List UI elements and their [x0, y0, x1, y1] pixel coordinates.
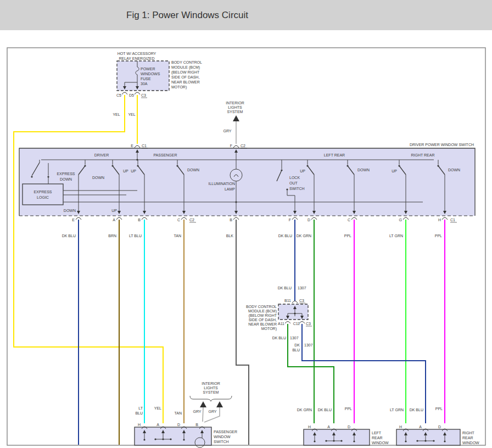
label-lt-blu-line2: BLU: [135, 411, 143, 415]
wire-label-dk-grn: DK GRN: [297, 234, 311, 238]
rr-pin-d: D: [438, 425, 441, 429]
lr-pin-h: H: [308, 425, 311, 429]
right-rear-down-label: DOWN: [448, 168, 460, 172]
wiring-diagram: Fig 1: Power Windows Circuit HOT W/ ACCE…: [0, 0, 492, 448]
pin-label-c-2: C: [348, 218, 350, 222]
fuse-name-line2: WINDOWS: [141, 72, 160, 76]
passenger-up-label: UP: [131, 169, 136, 173]
interior-lights-line1: INTERIOR: [226, 101, 244, 105]
pin-label-c2: C2: [189, 218, 194, 222]
rr-pin-h: H: [399, 425, 402, 429]
wire-label-lt-blu: LT BLU: [129, 234, 142, 238]
wire-label-a11: DK BLU: [272, 336, 286, 340]
bcm-note-line4: SIDE OF DASH,: [171, 75, 199, 79]
pin-label-c2-top: C2: [241, 144, 245, 148]
pin-label-e: E: [72, 218, 75, 222]
label-ppl-lr: PPL: [345, 407, 352, 411]
lockout-label-line2: OUT: [289, 181, 298, 185]
right-rear-label-line3: WINDOW: [462, 441, 479, 445]
bottom-up-label: UP: [111, 209, 117, 212]
page-title: Fig 1: Power Windows Circuit: [126, 10, 248, 20]
wire-circuit-a11: 1307: [290, 336, 299, 340]
wire-circuit-c11: 1307: [304, 343, 313, 347]
pin-label-a: A: [113, 218, 115, 222]
bcm-note-line3: (BELOW RIGHT: [249, 313, 277, 318]
wire-label-tan: TAN: [174, 234, 181, 238]
screenshot-root: Fig 1: Power Windows Circuit HOT W/ ACCE…: [0, 0, 492, 448]
label-dk-grn: DK GRN: [297, 408, 312, 412]
fuse-name-line4: 30A: [141, 82, 148, 86]
wire-label-gry-2: GRY: [208, 410, 216, 413]
left-rear-label-line3: WINDOW: [372, 441, 389, 445]
pin-label-b11: B11: [284, 299, 291, 303]
interior-lights-b-line2: LIGHTS: [204, 386, 218, 390]
lr-pin-a: A: [327, 425, 330, 429]
label-dk-blu-rr: DK BLU: [410, 408, 423, 412]
pin-label-a11: A11: [278, 322, 284, 326]
passenger-label-line1: PASSENGER: [214, 430, 237, 434]
hot-label-line2: RELAY ENERGIZED: [119, 57, 154, 60]
express-logic-line2: LOGIC: [37, 195, 49, 199]
wire-label-dk-blu-f: DK BLU: [278, 234, 292, 238]
label-tan: TAN: [175, 411, 182, 415]
wire-label-gry-1: GRY: [193, 410, 201, 413]
bcm-box: [278, 304, 308, 320]
lr-pin-d: D: [348, 425, 350, 429]
driver-up-label: UP: [123, 169, 128, 173]
wire-label-c11-line1: DK: [294, 343, 300, 347]
label-dk-blu-lr: DK BLU: [318, 408, 332, 412]
bcm-note-line2: MODULE (BCM): [171, 65, 200, 70]
express-down-line2: DOWN: [60, 177, 72, 181]
driver-down-label: DOWN: [92, 176, 104, 180]
label-ppl-rr: PPL: [435, 407, 443, 411]
pin-label-b: B: [138, 218, 141, 222]
express-logic-box: [23, 184, 63, 205]
pin-label-c5: C5: [116, 93, 121, 97]
pin-label-c3: C3: [141, 93, 146, 97]
passenger-label-line3: SWITCH: [214, 440, 229, 444]
wire-label-brn: BRN: [108, 234, 116, 238]
right-rear-label-line2: REAR: [462, 436, 473, 440]
pin-label-d5: D5: [129, 93, 134, 97]
pin-label-c1: C1: [450, 218, 455, 222]
wire-label-ppl-h: PPL: [435, 234, 442, 238]
section-right-rear: RIGHT REAR: [411, 153, 434, 157]
pin-label-f: F: [289, 218, 291, 222]
fuse-name-line3: FUSE: [141, 77, 151, 81]
interior-lights-line2: LIGHTS: [228, 105, 242, 109]
pin-label-b2: B: [230, 218, 232, 222]
wire-label-yel-1: YEL: [113, 113, 120, 116]
right-rear-label-line1: RIGHT: [462, 431, 475, 435]
interior-lights-b-line1: INTERIOR: [202, 382, 220, 385]
express-down-line1: EXPRESS: [57, 172, 75, 176]
pin-label-c1-top: C1: [142, 144, 147, 148]
pin-label-c3-bot: C3: [306, 322, 311, 326]
bcm-wire-label-top: DK BLU: [278, 286, 292, 290]
bcm-note-line4: SIDE OF DASH,: [249, 318, 277, 322]
pin-label-c11: C11: [293, 322, 300, 326]
bcm-note-line6: MOTOR): [171, 85, 187, 89]
pin-label-h: H: [438, 218, 441, 222]
pin-label-g: G: [399, 218, 402, 222]
bcm-note-line2: MODULE (BCM): [248, 309, 277, 313]
pin-label-e-top: E: [131, 144, 133, 148]
lockout-label-line3: SWITCH: [289, 187, 305, 191]
passenger-label-line2: WINDOW: [214, 435, 231, 439]
bcm-note-line3: (BELOW RIGHT: [171, 70, 200, 75]
pass-pin-h: H: [138, 423, 141, 427]
illumination-label-line1: ILLUMINATION: [209, 182, 236, 186]
label-lt-blu-line1: LT: [138, 406, 143, 410]
express-logic-line1: EXPRESS: [33, 190, 52, 194]
label-lt-grn: LT GRN: [390, 408, 404, 412]
left-rear-down-label: DOWN: [357, 168, 370, 172]
bcm-note-line1: BODY CONTROL: [246, 305, 277, 309]
section-passenger: PASSENGER: [153, 153, 177, 157]
switch-box-title: DRIVER POWER WINDOW SWITCH: [410, 143, 474, 147]
left-rear-up-label: UP: [300, 169, 305, 173]
pin-label-c: C: [177, 218, 180, 222]
pin-label-f-top: F: [230, 144, 232, 148]
wire-label-ppl-c: PPL: [344, 234, 351, 238]
pin-label-c3-top: C3: [299, 299, 304, 303]
right-rear-up-label: UP: [392, 169, 397, 173]
wire-label-yel-2: YEL: [128, 113, 135, 116]
